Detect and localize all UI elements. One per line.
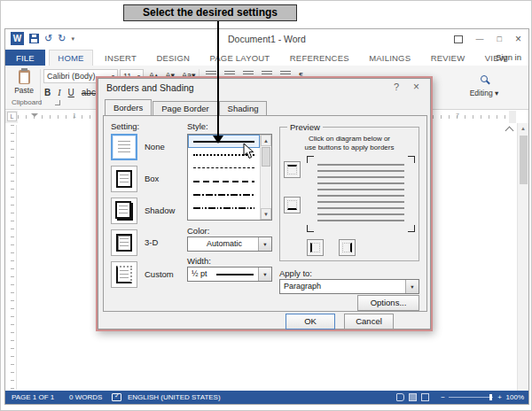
strikethrough-button[interactable]: abc (82, 88, 96, 97)
ruler-number: 7 (456, 112, 459, 119)
style-list[interactable]: ▲ ▼ (187, 134, 272, 221)
underline-button[interactable]: U (68, 88, 74, 97)
tab-page-layout[interactable]: PAGE LAYOUT (202, 50, 278, 66)
setting-option-none[interactable]: None (111, 134, 184, 162)
tab-shading[interactable]: Shading (219, 101, 268, 115)
editing-group[interactable]: Editing ▾ (463, 70, 505, 97)
style-option-dashed-small[interactable] (188, 161, 260, 174)
status-bar: PAGE 1 OF 1 0 WORDS ✓ ENGLISH (UNITED ST… (5, 391, 528, 404)
setting-option-3d[interactable]: 3-D (111, 229, 184, 258)
right-border-button[interactable] (339, 239, 356, 256)
cancel-button[interactable]: Cancel (344, 314, 394, 330)
tab-references[interactable]: REFERENCES (282, 50, 357, 66)
style-option-dash-dot-dot[interactable] (188, 201, 260, 214)
setting-option-box[interactable]: Box (111, 166, 184, 194)
borders-tab-panel: Setting: None Box Shadow 3-D Custom (103, 115, 427, 312)
tab-borders[interactable]: Borders (105, 99, 152, 115)
style-list-scrollbar[interactable]: ▲ ▼ (260, 135, 271, 220)
width-dropdown-icon[interactable]: ▾ (258, 268, 271, 281)
tab-mailings[interactable]: MAILINGS (361, 50, 419, 66)
tab-design[interactable]: DESIGN (148, 50, 198, 66)
zoom-in-button[interactable]: + (497, 391, 502, 404)
zoom-slider-thumb[interactable] (489, 394, 492, 400)
tab-selector-icon[interactable]: L (7, 112, 17, 121)
width-combobox[interactable]: ½ pt ▾ (187, 267, 272, 282)
minimize-button[interactable]: — (476, 35, 484, 43)
corner-mark (307, 225, 314, 232)
tab-page-border[interactable]: Page Border (153, 101, 217, 115)
style-scroll-thumb[interactable] (262, 147, 270, 167)
title-bar: W ↺ ↻ ▾ Document1 - Word — □ × (5, 29, 528, 49)
apply-to-value: Paragraph (284, 280, 404, 293)
color-label: Color: (187, 226, 209, 236)
scrollbar-thumb[interactable] (520, 136, 528, 184)
style-label: Style: (187, 121, 208, 131)
clipboard-group-label: Clipboard (12, 98, 42, 106)
preview-diagram[interactable] (307, 156, 415, 232)
editing-group-label: Editing ▾ (463, 89, 505, 97)
vertical-ruler[interactable] (7, 125, 17, 390)
color-dropdown-icon[interactable]: ▾ (258, 237, 271, 251)
bold-button[interactable]: B (44, 88, 51, 97)
indent-marker-icon[interactable] (31, 113, 38, 117)
line-sample-dash-dot (193, 194, 254, 196)
proofing-check-icon: ✓ (114, 392, 120, 399)
clipboard-dialog-launcher-icon[interactable] (55, 100, 60, 105)
language-indicator[interactable]: ENGLISH (UNITED STATES) (128, 391, 221, 404)
close-button[interactable]: × (515, 33, 521, 45)
scroll-up-icon[interactable]: ▲ (518, 123, 528, 134)
font-name-value: Calibri (Body) (47, 72, 96, 81)
dialog-close-button[interactable]: × (413, 81, 419, 93)
options-button[interactable]: Options... (357, 295, 419, 311)
setting-option-custom[interactable]: Custom (111, 261, 184, 290)
style-option-dashed[interactable] (188, 174, 260, 188)
italic-button[interactable]: I (58, 88, 60, 97)
web-layout-icon[interactable] (421, 393, 429, 401)
style-option-dash-dot[interactable] (188, 188, 260, 201)
screenshot-root: Select the desired settings W ↺ ↻ ▾ Docu… (0, 0, 532, 411)
corner-mark (307, 156, 314, 163)
setting-3d-icon (111, 229, 137, 256)
corner-mark (408, 225, 415, 232)
setting-shadow-label: Shadow (145, 206, 175, 215)
apply-to-combobox[interactable]: Paragraph ▾ (279, 279, 419, 294)
style-scroll-up-icon[interactable]: ▲ (261, 135, 271, 146)
bottom-border-button[interactable] (284, 197, 301, 213)
line-sample-dash-dot-dot (193, 207, 254, 209)
tab-review[interactable]: REVIEW (423, 50, 473, 66)
setting-box-icon (111, 166, 137, 192)
style-scroll-down-icon[interactable]: ▼ (261, 208, 271, 220)
dialog-help-button[interactable]: ? (394, 81, 399, 92)
ribbon-display-options-icon[interactable] (454, 35, 463, 43)
dialog-tab-strip: Borders Page Border Shading (105, 99, 268, 115)
maximize-button[interactable]: □ (497, 35, 502, 43)
borders-and-shading-dialog: Borders and Shading ? × Borders Page Bor… (96, 76, 433, 331)
apply-to-dropdown-icon[interactable]: ▾ (405, 280, 419, 293)
zoom-out-button[interactable]: − (441, 391, 445, 404)
proofing-icon[interactable]: ✓ (112, 393, 121, 401)
tab-file[interactable]: FILE (5, 50, 45, 66)
page-indicator[interactable]: PAGE 1 OF 1 (12, 391, 54, 404)
top-border-button[interactable] (284, 161, 301, 178)
word-count[interactable]: 0 WORDS (69, 391, 102, 404)
bottom-border-icon (287, 200, 297, 210)
annotation-arrow-line (217, 21, 219, 136)
setting-shadow-icon (111, 198, 137, 224)
zoom-level[interactable]: 100% (506, 391, 524, 404)
color-combobox[interactable]: Automatic ▾ (187, 237, 272, 252)
setting-option-shadow[interactable]: Shadow (111, 198, 184, 226)
editing-dropdown-icon: ▾ (495, 89, 498, 97)
ok-button[interactable]: OK (286, 314, 335, 330)
print-layout-icon[interactable] (409, 393, 417, 401)
paste-clipboard-icon (19, 70, 30, 84)
read-mode-icon[interactable] (396, 393, 404, 401)
left-border-button[interactable] (307, 239, 324, 256)
line-sample-dashed (193, 181, 254, 182)
setting-box-label: Box (145, 174, 159, 183)
width-label: Width: (187, 256, 211, 266)
sign-in-link[interactable]: Sign in (496, 49, 521, 66)
tab-insert[interactable]: INSERT (97, 50, 145, 66)
zoom-slider-track[interactable] (449, 397, 493, 398)
vertical-scrollbar[interactable]: ▲ (517, 123, 528, 391)
tab-home[interactable]: HOME (49, 50, 92, 66)
